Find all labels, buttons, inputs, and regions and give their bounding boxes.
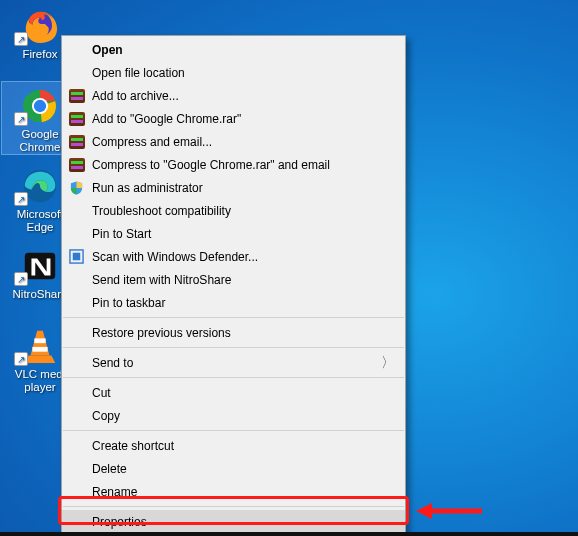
menu-item-add-to-archive[interactable]: Add to archive... — [62, 84, 405, 107]
menu-item-label: Cut — [92, 386, 111, 400]
svg-rect-9 — [73, 253, 81, 261]
menu-item-send-nitroshare[interactable]: Send item with NitroShare — [62, 268, 405, 291]
desktop-icon-label: Firefox — [22, 48, 57, 61]
shortcut-arrow-icon: ↗ — [14, 352, 28, 366]
menu-item-label: Compress to "Google Chrome.rar" and emai… — [92, 158, 330, 172]
menu-item-properties[interactable]: Properties — [62, 510, 405, 533]
menu-item-label: Rename — [92, 485, 137, 499]
menu-item-label: Pin to taskbar — [92, 296, 165, 310]
menu-item-compress-to-rar-email[interactable]: Compress to "Google Chrome.rar" and emai… — [62, 153, 405, 176]
rar-icon — [68, 156, 85, 173]
svg-point-3 — [34, 100, 46, 112]
menu-separator — [63, 317, 404, 318]
desktop-icon-label: Google Chrome — [20, 128, 61, 154]
menu-item-scan-defender[interactable]: Scan with Windows Defender... — [62, 245, 405, 268]
menu-item-run-as-admin[interactable]: Run as administrator — [62, 176, 405, 199]
desktop-icon-label: VLC medi player — [15, 368, 66, 394]
menu-item-compress-email[interactable]: Compress and email... — [62, 130, 405, 153]
shortcut-arrow-icon: ↗ — [14, 272, 28, 286]
menu-item-delete[interactable]: Delete — [62, 457, 405, 480]
menu-item-label: Open file location — [92, 66, 185, 80]
menu-item-add-to-rar[interactable]: Add to "Google Chrome.rar" — [62, 107, 405, 130]
shortcut-arrow-icon: ↗ — [14, 112, 28, 126]
menu-item-open[interactable]: Open — [62, 38, 405, 61]
menu-item-rename[interactable]: Rename — [62, 480, 405, 503]
svg-rect-7 — [32, 347, 47, 352]
menu-item-pin-to-start[interactable]: Pin to Start — [62, 222, 405, 245]
menu-item-copy[interactable]: Copy — [62, 404, 405, 427]
desktop-icon-label: Microsoft Edge — [17, 208, 64, 234]
rar-icon — [68, 87, 85, 104]
menu-item-label: Run as administrator — [92, 181, 203, 195]
taskbar — [0, 532, 578, 536]
menu-separator — [63, 506, 404, 507]
shortcut-arrow-icon: ↗ — [14, 192, 28, 206]
context-menu: Open Open file location Add to archive..… — [61, 35, 406, 536]
menu-item-label: Restore previous versions — [92, 326, 231, 340]
rar-icon — [68, 110, 85, 127]
menu-item-label: Delete — [92, 462, 127, 476]
menu-separator — [63, 377, 404, 378]
menu-item-label: Send item with NitroShare — [92, 273, 231, 287]
menu-item-label: Scan with Windows Defender... — [92, 250, 258, 264]
menu-item-restore-versions[interactable]: Restore previous versions — [62, 321, 405, 344]
menu-item-label: Create shortcut — [92, 439, 174, 453]
submenu-arrow-icon: 〉 — [381, 354, 395, 372]
annotation-arrow-icon — [414, 498, 484, 524]
menu-item-create-shortcut[interactable]: Create shortcut — [62, 434, 405, 457]
menu-item-label: Add to archive... — [92, 89, 179, 103]
rar-icon — [68, 133, 85, 150]
menu-item-troubleshoot[interactable]: Troubleshoot compatibility — [62, 199, 405, 222]
menu-item-label: Send to — [92, 356, 133, 370]
menu-separator — [63, 430, 404, 431]
menu-item-label: Compress and email... — [92, 135, 212, 149]
menu-item-cut[interactable]: Cut — [62, 381, 405, 404]
menu-item-label: Add to "Google Chrome.rar" — [92, 112, 241, 126]
defender-icon — [68, 248, 85, 265]
shortcut-arrow-icon: ↗ — [14, 32, 28, 46]
menu-item-pin-taskbar[interactable]: Pin to taskbar — [62, 291, 405, 314]
menu-item-label: Copy — [92, 409, 120, 423]
menu-item-label: Troubleshoot compatibility — [92, 204, 231, 218]
desktop-icon-label: NitroShare — [13, 288, 68, 301]
menu-separator — [63, 347, 404, 348]
svg-marker-11 — [416, 503, 432, 519]
menu-item-label: Open — [92, 43, 123, 57]
shield-icon — [68, 179, 85, 196]
menu-item-open-file-location[interactable]: Open file location — [62, 61, 405, 84]
menu-item-send-to[interactable]: Send to〉 — [62, 351, 405, 374]
menu-item-label: Properties — [92, 515, 147, 529]
svg-rect-6 — [34, 338, 45, 343]
menu-item-label: Pin to Start — [92, 227, 151, 241]
